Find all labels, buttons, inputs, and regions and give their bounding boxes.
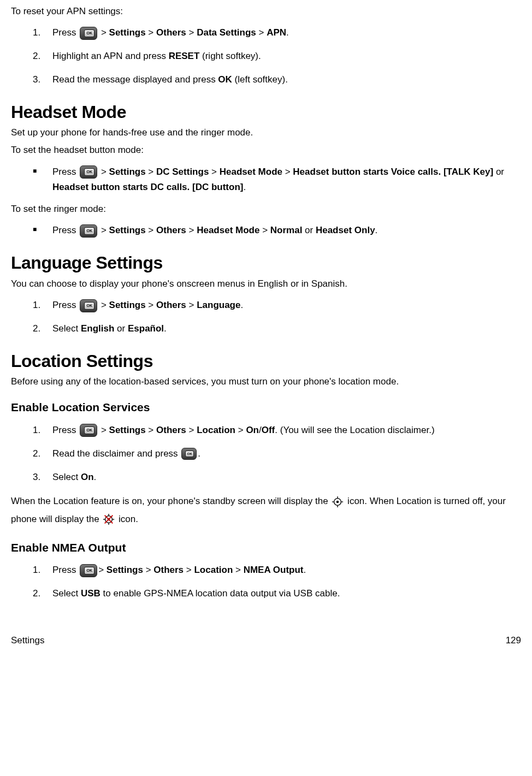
square-bullet-icon: ■	[33, 224, 37, 235]
list-item: 3.Read the message displayed and press O…	[33, 72, 521, 88]
location-off-icon	[103, 513, 115, 525]
ok-key-icon: OK	[80, 165, 97, 179]
ok-key-icon: OK	[80, 27, 97, 40]
list-item: 2.Select English or Español.	[33, 321, 521, 337]
list-item: ■Press OK > Settings > Others > Headset …	[33, 223, 521, 239]
list-item: 2.Read the disclaimer and press OK.	[33, 446, 521, 462]
ok-key-icon: OK	[80, 424, 97, 437]
enable-nmea-steps: 1.Press OK> Settings > Others > Location…	[11, 562, 521, 602]
page-footer: Settings 129	[11, 635, 521, 647]
reset-apn-intro: To reset your APN settings:	[11, 5, 521, 17]
list-number: 1.	[33, 423, 47, 439]
square-bullet-icon: ■	[33, 165, 37, 176]
footer-section-name: Settings	[11, 635, 44, 647]
list-number: 2.	[33, 321, 47, 337]
headset-bullet-list-1: ■Press OK > Settings > DC Settings > Hea…	[11, 164, 521, 196]
enable-nmea-title: Enable NMEA Output	[11, 540, 521, 555]
list-number: 2.	[33, 49, 47, 64]
list-item: 2.Highlight an APN and press RESET (righ…	[33, 49, 521, 64]
enable-location-title: Enable Location Services	[11, 400, 521, 414]
headset-sub-intro-2: To set the ringer mode:	[11, 203, 521, 215]
headset-sub-intro-1: To set the headset button mode:	[11, 144, 521, 156]
list-item: 1.Press OK> Settings > Others > Location…	[33, 562, 521, 578]
enable-location-steps: 1.Press OK > Settings > Others > Locatio…	[11, 423, 521, 485]
language-title: Language Settings	[11, 252, 521, 275]
list-item: 1.Press OK > Settings > Others > Data Se…	[33, 25, 521, 41]
list-number: 3.	[33, 470, 47, 485]
headset-bullet-list-2: ■Press OK > Settings > Others > Headset …	[11, 223, 521, 239]
list-number: 2.	[33, 446, 47, 462]
list-item: 1.Press OK > Settings > Others > Languag…	[33, 298, 521, 313]
ok-key-icon: OK	[80, 224, 97, 238]
headset-mode-title: Headset Mode	[11, 101, 521, 124]
list-number: 1.	[33, 25, 47, 41]
ok-key-icon: OK	[80, 299, 97, 312]
location-intro: Before using any of the location-based s…	[11, 376, 521, 388]
language-intro: You can choose to display your phone's o…	[11, 278, 521, 290]
ok-key-icon: OK	[80, 564, 97, 577]
location-title: Location Settings	[11, 350, 521, 373]
list-number: 1.	[33, 562, 47, 578]
list-number: 1.	[33, 298, 47, 313]
headset-mode-intro: Set up your phone for hands-free use and…	[11, 127, 521, 139]
list-number: 2.	[33, 586, 47, 602]
list-item: ■Press OK > Settings > DC Settings > Hea…	[33, 164, 521, 196]
language-steps: 1.Press OK > Settings > Others > Languag…	[11, 298, 521, 337]
location-icon-para: When the Location feature is on, your ph…	[11, 493, 521, 528]
list-item: 2.Select USB to enable GPS-NMEA location…	[33, 586, 521, 602]
list-item: 3.Select On.	[33, 470, 521, 485]
list-item: 1.Press OK > Settings > Others > Locatio…	[33, 423, 521, 439]
reset-apn-steps: 1.Press OK > Settings > Others > Data Se…	[11, 25, 521, 88]
location-on-icon	[332, 496, 344, 508]
list-number: 3.	[33, 72, 47, 88]
ok-key-icon: OK	[181, 448, 197, 460]
footer-page-number: 129	[506, 635, 521, 647]
